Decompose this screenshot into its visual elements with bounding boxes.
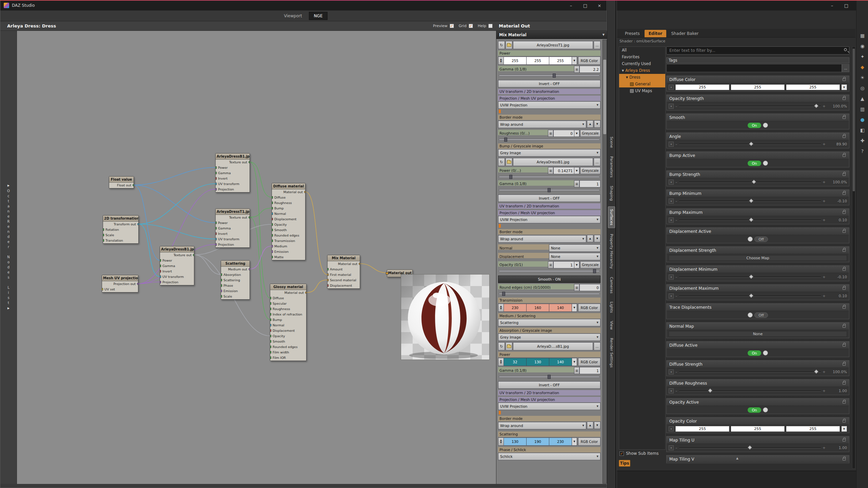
color-channel-value[interactable]: 130 — [527, 358, 549, 366]
input-pin[interactable] — [216, 166, 217, 169]
value-field[interactable]: 0.14271 — [553, 167, 574, 174]
pane-tab-shaping[interactable]: Shaping — [608, 183, 615, 203]
render-icon[interactable]: ▲ — [859, 95, 867, 103]
browse-more-button[interactable]: ... — [594, 158, 600, 166]
nav-item-dress[interactable]: ▼Dress — [619, 74, 665, 81]
nudge-minus[interactable]: – — [675, 389, 677, 393]
dropdown-uvw-projection[interactable]: UVW Projection▼ — [498, 403, 600, 410]
map-button[interactable]: None — [669, 331, 847, 337]
figure-icon[interactable]: ◉ — [859, 42, 867, 50]
rgb-color-button[interactable]: RGB Color — [578, 304, 600, 312]
nudge-plus[interactable]: + — [823, 370, 826, 374]
output-pin[interactable] — [249, 268, 250, 270]
slider-thumb[interactable] — [553, 74, 556, 78]
nudge-minus[interactable]: – — [675, 275, 677, 279]
toggle-switch[interactable]: On — [669, 161, 847, 166]
input-pin[interactable] — [216, 188, 217, 190]
input-pin[interactable] — [328, 268, 329, 270]
browse-more-button[interactable]: ... — [594, 41, 600, 49]
input-pin[interactable] — [102, 288, 103, 290]
slider-thumb[interactable] — [509, 175, 512, 179]
slider-thumb[interactable] — [749, 293, 753, 298]
slider-thumb[interactable] — [814, 369, 818, 374]
sidebar-scrollbar-thumb[interactable] — [603, 60, 606, 134]
tree-expand-icon[interactable]: ▼ — [622, 69, 624, 72]
input-pin[interactable] — [160, 270, 161, 272]
input-pin[interactable] — [387, 272, 388, 274]
greyscale-button[interactable]: Greyscale — [580, 167, 600, 174]
input-pin[interactable] — [103, 228, 104, 231]
node-graph-canvas[interactable]: Float valueFloat out2D transformationTra… — [17, 31, 496, 485]
input-pin[interactable] — [221, 279, 222, 281]
toggle-knob[interactable] — [763, 350, 768, 355]
tags-input[interactable] — [666, 64, 842, 72]
timeline-icon[interactable]: ◧ — [859, 126, 867, 134]
color-channel-value[interactable]: 190 — [527, 438, 549, 446]
slider-menu-button[interactable]: ▾ — [669, 199, 674, 204]
slider-menu-button[interactable]: ▾ — [669, 274, 674, 280]
color-channel-value[interactable]: 230 — [504, 304, 527, 312]
tab-viewport[interactable]: Viewport — [279, 12, 307, 20]
toggle-button-smooth-on[interactable]: Smooth - ON — [498, 276, 600, 283]
dropdown-grey-image[interactable]: Grey Image▼ — [498, 333, 600, 341]
chevron-down-icon[interactable]: ▼ — [574, 167, 579, 174]
library-icon[interactable]: ▥ — [859, 105, 867, 113]
slider-track[interactable] — [679, 182, 821, 183]
tab-editor[interactable]: Editor — [645, 30, 667, 37]
input-pin[interactable] — [272, 218, 273, 220]
spin-down-button[interactable]: ▼ — [594, 120, 600, 128]
value-field[interactable]: 0 — [553, 130, 574, 137]
slider-menu-button[interactable]: ▾ — [669, 218, 674, 223]
output-pin[interactable] — [249, 216, 250, 219]
tab-shader-baker[interactable]: Shader Baker — [667, 30, 703, 37]
toggle-switch[interactable]: On — [669, 407, 847, 413]
slider[interactable] — [499, 137, 600, 142]
checkbox-help[interactable] — [488, 24, 493, 28]
chevron-down-icon[interactable]: ▼ — [842, 426, 847, 432]
slider-thumb[interactable] — [752, 180, 756, 184]
slider[interactable] — [499, 374, 600, 379]
map-button[interactable]: Choose Map — [669, 255, 847, 261]
camera-icon[interactable]: ◎ — [859, 84, 867, 92]
daz-minimize-button[interactable]: – — [564, 0, 578, 11]
node-diffuse-material[interactable]: Diffuse materialMaterial outDiffuseRough… — [272, 183, 305, 260]
spin-down-button[interactable]: ▼ — [594, 422, 600, 429]
value-field[interactable]: 1 — [579, 367, 600, 374]
scene-icon[interactable]: ▦ — [859, 32, 867, 40]
widget-icon[interactable]: ⊞ — [574, 284, 579, 291]
color-channel-value[interactable]: 255 — [786, 426, 840, 432]
help-icon[interactable]: ? — [859, 147, 867, 155]
slider-track[interactable] — [679, 447, 821, 448]
slider-thumb[interactable] — [548, 188, 551, 192]
nav-item-all[interactable]: All — [619, 47, 665, 54]
input-pin[interactable] — [272, 202, 273, 204]
nodes-icon[interactable]: ● — [859, 116, 867, 124]
lights-icon[interactable]: ☀ — [859, 74, 867, 82]
input-pin[interactable] — [270, 351, 271, 353]
slider-thumb[interactable] — [502, 292, 505, 296]
slider[interactable] — [499, 175, 600, 179]
pane-tab-property-hierarchy[interactable]: Property Hierarchy — [608, 231, 615, 271]
slider-thumb[interactable] — [548, 375, 551, 379]
refresh-icon[interactable]: ↻ — [498, 158, 505, 166]
input-pin[interactable] — [221, 284, 222, 287]
slider-track[interactable] — [679, 371, 821, 372]
input-pin[interactable] — [270, 357, 271, 359]
node-arleyadresst1-jpg[interactable]: ArleyaDressT1.jpgTexture outPowerGammaIn… — [215, 208, 250, 248]
color-channel-value[interactable]: 140 — [549, 358, 572, 366]
widget-icon[interactable]: ⊞ — [548, 130, 553, 137]
input-pin[interactable] — [272, 234, 273, 237]
dropdown-grey-image[interactable]: Grey Image▼ — [498, 149, 600, 157]
toggle-knob[interactable] — [763, 407, 768, 412]
dropdown-uvw-projection[interactable]: UVW Projection▼ — [498, 101, 600, 109]
input-pin[interactable] — [221, 290, 222, 292]
tips-button[interactable]: Tips — [619, 460, 630, 467]
color-channel-value[interactable]: 255 — [731, 426, 785, 432]
greyscale-button[interactable]: Greyscale — [580, 261, 600, 268]
color-channel-value[interactable]: 255 — [504, 57, 527, 65]
toggle-switch[interactable]: On — [669, 123, 847, 128]
output-pin[interactable] — [304, 191, 305, 193]
tab-nge[interactable]: NGE — [309, 12, 328, 20]
pane-expand-icon[interactable]: ▶ — [0, 307, 17, 310]
refresh-icon[interactable]: ↻ — [498, 41, 505, 49]
